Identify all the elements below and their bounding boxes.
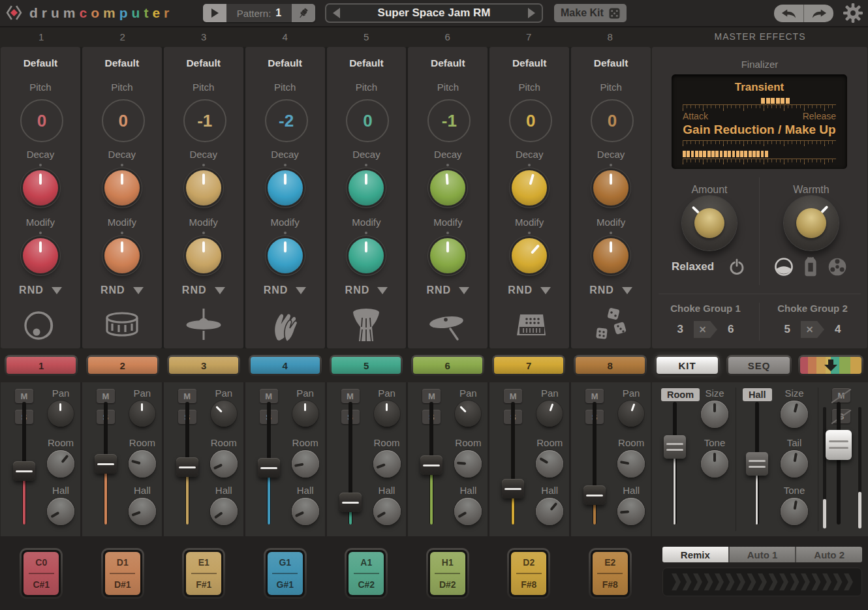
channel-select-button-2[interactable]: 2 xyxy=(86,355,159,376)
modify-knob[interactable] xyxy=(268,238,303,273)
amount-knob[interactable] xyxy=(682,196,737,251)
channel-preset-name[interactable]: Default xyxy=(571,57,651,69)
decay-knob[interactable] xyxy=(104,170,140,206)
choke-1-right-value[interactable]: 6 xyxy=(728,323,734,336)
hall-send-knob[interactable] xyxy=(373,498,401,525)
mute-button[interactable]: M xyxy=(15,389,33,403)
tab-seq[interactable]: SEQ xyxy=(726,355,792,376)
hall-size-knob[interactable] xyxy=(781,401,808,428)
hall-tone-knob[interactable] xyxy=(781,498,808,525)
pitch-control[interactable]: 0 xyxy=(591,99,634,142)
compressor-mode[interactable]: Relaxed xyxy=(672,260,714,273)
channel-select-button-8[interactable]: 8 xyxy=(574,355,647,376)
room-send-knob[interactable] xyxy=(292,450,319,478)
pitch-control[interactable]: 0 xyxy=(102,99,145,142)
channel-select-button-6[interactable]: 6 xyxy=(411,355,484,376)
pan-knob[interactable] xyxy=(48,401,74,427)
warmth-knob[interactable] xyxy=(784,196,839,251)
tab-auto-1[interactable]: Auto 1 xyxy=(728,547,796,562)
pattern-pin-button[interactable] xyxy=(292,4,315,22)
tube-mode-button[interactable] xyxy=(799,256,822,278)
hihat-icon[interactable] xyxy=(164,307,243,344)
drum-pad-8[interactable]: E2F#8 xyxy=(589,548,632,599)
tape-mode-button[interactable] xyxy=(826,256,848,278)
modify-knob[interactable] xyxy=(593,238,628,273)
channel-preset-name[interactable]: Default xyxy=(489,57,569,69)
pattern-display[interactable]: Pattern: 1 xyxy=(226,4,292,22)
chevron-down-icon[interactable] xyxy=(540,287,551,294)
decay-knob[interactable] xyxy=(268,170,303,206)
room-return-fader[interactable] xyxy=(663,402,687,526)
randomize-control[interactable]: RND xyxy=(571,284,651,296)
room-send-knob[interactable] xyxy=(129,450,156,478)
pitch-control[interactable]: -1 xyxy=(427,99,471,142)
volume-fader[interactable] xyxy=(501,402,525,526)
hall-send-knob[interactable] xyxy=(292,498,319,525)
kit-color-selector[interactable] xyxy=(798,355,863,376)
chevron-down-icon[interactable] xyxy=(133,287,144,294)
pan-knob[interactable] xyxy=(211,401,237,427)
pitch-control[interactable]: -2 xyxy=(265,99,308,142)
channel-preset-name[interactable]: Default xyxy=(82,57,162,69)
chevron-down-icon[interactable] xyxy=(459,287,469,294)
dice-icon[interactable] xyxy=(571,307,651,344)
room-send-knob[interactable] xyxy=(373,450,401,478)
mute-button[interactable]: M xyxy=(585,389,604,403)
decay-knob[interactable] xyxy=(512,170,547,206)
djembe-icon[interactable] xyxy=(327,307,407,344)
master-mute-button[interactable]: M xyxy=(832,388,850,403)
hall-tail-knob[interactable] xyxy=(781,450,808,478)
pitch-control[interactable]: 0 xyxy=(509,99,552,142)
drum-pad-2[interactable]: D1D#1 xyxy=(101,548,144,599)
kick-drum-icon[interactable] xyxy=(1,307,80,344)
hall-send-knob[interactable] xyxy=(536,498,563,525)
chevron-down-icon[interactable] xyxy=(215,287,225,294)
pitch-control[interactable]: 0 xyxy=(20,99,63,142)
channel-select-button-4[interactable]: 4 xyxy=(249,355,322,376)
pitch-control[interactable]: 0 xyxy=(346,99,389,142)
volume-fader[interactable] xyxy=(420,402,443,526)
channel-preset-name[interactable]: Default xyxy=(327,57,407,69)
pan-knob[interactable] xyxy=(455,401,481,427)
modify-knob[interactable] xyxy=(186,238,221,273)
ride-cymbal-icon[interactable] xyxy=(408,307,488,344)
drum-pad-7[interactable]: D2F#8 xyxy=(507,548,550,599)
room-send-knob[interactable] xyxy=(210,450,238,478)
decay-knob[interactable] xyxy=(23,170,58,206)
room-tone-knob[interactable] xyxy=(701,450,728,478)
mute-button[interactable]: M xyxy=(178,389,196,403)
volume-fader[interactable] xyxy=(176,402,199,526)
finalizer-power-button[interactable] xyxy=(726,256,748,278)
modify-knob[interactable] xyxy=(349,238,384,273)
decay-knob[interactable] xyxy=(186,170,221,206)
randomize-control[interactable]: RND xyxy=(489,284,569,296)
hall-send-knob[interactable] xyxy=(617,498,645,525)
channel-select-button-3[interactable]: 3 xyxy=(167,355,240,376)
mute-button[interactable]: M xyxy=(341,389,360,403)
randomize-control[interactable]: RND xyxy=(1,284,80,296)
hall-return-fader[interactable] xyxy=(745,402,769,526)
settings-button[interactable] xyxy=(843,3,863,23)
channel-preset-name[interactable]: Default xyxy=(245,57,325,69)
decay-knob[interactable] xyxy=(593,170,628,206)
channel-select-button-7[interactable]: 7 xyxy=(492,355,565,376)
pan-knob[interactable] xyxy=(374,401,400,427)
chevron-down-icon[interactable] xyxy=(52,287,62,294)
mute-button[interactable]: M xyxy=(504,389,522,403)
pan-knob[interactable] xyxy=(618,401,644,427)
pan-knob[interactable] xyxy=(536,401,563,427)
volume-fader[interactable] xyxy=(257,402,281,526)
modify-knob[interactable] xyxy=(23,238,58,273)
volume-fader[interactable] xyxy=(339,402,362,526)
room-size-knob[interactable] xyxy=(701,401,728,428)
room-send-knob[interactable] xyxy=(617,450,645,478)
clap-icon[interactable] xyxy=(245,307,325,344)
randomize-control[interactable]: RND xyxy=(245,284,325,296)
mute-button[interactable]: M xyxy=(422,389,441,403)
drum-pad-6[interactable]: H1D#2 xyxy=(426,548,469,599)
choke-2-left-value[interactable]: 5 xyxy=(784,323,790,336)
choke-2-clear-button[interactable]: ✕ xyxy=(801,321,824,338)
room-send-knob[interactable] xyxy=(47,450,74,478)
hall-send-knob[interactable] xyxy=(129,498,156,525)
decay-knob[interactable] xyxy=(349,170,384,206)
